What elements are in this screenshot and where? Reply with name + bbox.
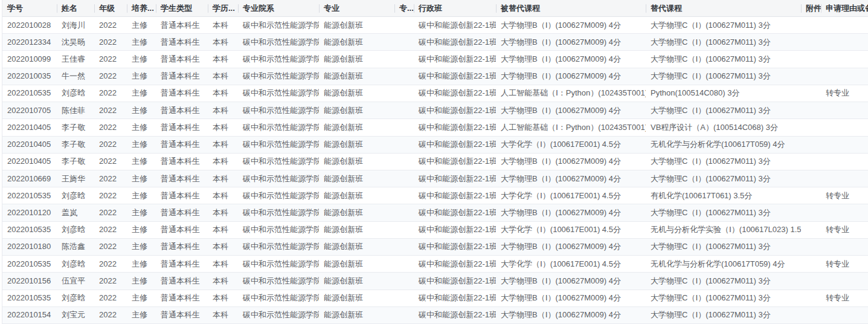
cell-grade: 2022 — [94, 102, 127, 119]
table-header: 学号姓名年级培养...学生类型学历...专业院系专业专...行政班被替代课程替代… — [2, 0, 868, 17]
cell-replaced_course: 大学物理B（Ⅰ）(100627M009) 4分 — [496, 17, 646, 34]
cell-education: 本科 — [208, 306, 238, 323]
table-row[interactable]: 2022010028刘海川2022主修普通本科生本科碳中和示范性能源学院能源创新… — [2, 17, 868, 34]
cell-student_id: 2022010669 — [2, 170, 57, 187]
cell-department: 碳中和示范性能源学院 — [238, 290, 319, 306]
cell-student_type: 普通本科生 — [156, 306, 208, 323]
cell-admin_class: 碳中和能源创新22-1班 — [414, 34, 496, 51]
column-header-reason[interactable]: 申请理由或备注 — [821, 0, 868, 17]
table-row[interactable]: 2022010535刘彦晗2022主修普通本科生本科碳中和示范性能源学院能源创新… — [2, 256, 868, 273]
cell-replaced_course: 大学物理B（Ⅰ）(100627M009) 4分 — [496, 68, 646, 85]
cell-student_id: 2022010535 — [2, 85, 57, 102]
cell-substitute_course: 无机与分析化学实验（Ⅰ）(100617L023) 1.5... — [646, 221, 801, 238]
table-row[interactable]: 2022010120盖岚2022主修普通本科生本科碳中和示范性能源学院能源创新班… — [2, 204, 868, 221]
table-row[interactable]: 2022010535刘彦晗2022主修普通本科生本科碳中和示范性能源学院能源创新… — [2, 222, 868, 239]
cell-replaced_course: 大学物理B（Ⅰ）(100627M009) 4分 — [496, 238, 646, 255]
cell-major: 能源创新班 — [319, 119, 394, 136]
cell-name: 刘彦晗 — [57, 85, 94, 102]
cell-major: 能源创新班 — [319, 204, 394, 221]
column-header-student_type[interactable]: 学生类型 — [156, 0, 208, 17]
cell-substitute_course: VB程序设计（A）(100514C068) 3分 — [646, 119, 801, 136]
cell-replaced_course: 大学物理B（Ⅰ）(100627M009) 4分 — [496, 153, 646, 170]
cell-replaced_course: 大学物理B（Ⅰ）(100627M009) 4分 — [496, 170, 646, 187]
table-row[interactable]: 2022010405李子敬2022主修普通本科生本科碳中和示范性能源学院能源创新… — [2, 137, 868, 154]
column-header-education[interactable]: 学历... — [208, 0, 238, 17]
cell-student_type: 普通本科生 — [156, 17, 208, 34]
cell-replaced_course: 大学物理B（Ⅰ）(100627M009) 4分 — [496, 290, 646, 306]
table-row[interactable]: 2022010035牛一然2022主修普通本科生本科碳中和示范性能源学院能源创新… — [2, 68, 868, 85]
column-header-replaced_course[interactable]: 被替代课程 — [496, 0, 646, 17]
cell-student_id: 2022010535 — [2, 290, 57, 306]
table-row[interactable]: 2022010099王佳睿2022主修普通本科生本科碳中和示范性能源学院能源创新… — [2, 51, 868, 68]
table-row[interactable]: 2022010705陈佳菲2022主修普通本科生本科碳中和示范性能源学院能源创新… — [2, 102, 868, 119]
cell-student_type: 普通本科生 — [156, 34, 208, 51]
cell-grade: 2022 — [94, 170, 127, 187]
column-header-student_id[interactable]: 学号 — [2, 0, 57, 17]
cell-department: 碳中和示范性能源学院 — [238, 51, 319, 68]
column-header-department[interactable]: 专业院系 — [238, 0, 319, 17]
cell-major: 能源创新班 — [319, 221, 394, 238]
cell-substitute_course: 大学物理C（Ⅰ）(100627M011) 3分 — [646, 102, 801, 119]
cell-cultivation: 主修 — [127, 273, 156, 290]
cell-admin_class: 碳中和能源创新22-1班 — [414, 221, 496, 238]
column-header-major_extra[interactable]: 专... — [394, 0, 414, 17]
table-row[interactable]: 2022010154刘宝元2022主修普通本科生本科碳中和示范性能源学院能源创新… — [2, 307, 868, 324]
cell-name: 刘宝元 — [57, 306, 94, 323]
cell-education: 本科 — [208, 204, 238, 221]
cell-department: 碳中和示范性能源学院 — [238, 85, 319, 102]
cell-student_id: 2022012334 — [2, 34, 57, 51]
cell-major: 能源创新班 — [319, 68, 394, 85]
column-header-grade[interactable]: 年级 — [94, 0, 127, 17]
cell-department: 碳中和示范性能源学院 — [238, 119, 319, 136]
cell-education: 本科 — [208, 85, 238, 102]
cell-department: 碳中和示范性能源学院 — [238, 17, 319, 34]
cell-replaced_course: 人工智能基础（Ⅰ：Python）(102435T001) 2... — [496, 85, 646, 102]
table-row[interactable]: 2022010669王旖华2022主修普通本科生本科碳中和示范性能源学院能源创新… — [2, 170, 868, 187]
cell-education: 本科 — [208, 102, 238, 119]
cell-admin_class: 碳中和能源创新22-1班 — [414, 68, 496, 85]
cell-replaced_course: 大学物理B（Ⅰ）(100627M009) 4分 — [496, 273, 646, 290]
table-row[interactable]: 2022010535刘彦晗2022主修普通本科生本科碳中和示范性能源学院能源创新… — [2, 187, 868, 204]
table-row[interactable]: 2022010535刘彦晗2022主修普通本科生本科碳中和示范性能源学院能源创新… — [2, 290, 868, 307]
cell-student_type: 普通本科生 — [156, 68, 208, 85]
cell-cultivation: 主修 — [127, 136, 156, 153]
column-header-major[interactable]: 专业 — [319, 0, 394, 17]
column-header-substitute_course[interactable]: 替代课程 — [646, 0, 801, 17]
table-row[interactable]: 2022010405李子敬2022主修普通本科生本科碳中和示范性能源学院能源创新… — [2, 119, 868, 136]
cell-name: 刘彦晗 — [57, 221, 94, 238]
cell-grade: 2022 — [94, 187, 127, 204]
column-header-name[interactable]: 姓名 — [57, 0, 94, 17]
table-row[interactable]: 2022012334沈昊旸2022主修普通本科生本科碳中和示范性能源学院能源创新… — [2, 34, 868, 51]
column-header-attachment[interactable]: 附件 — [801, 0, 821, 17]
cell-cultivation: 主修 — [127, 204, 156, 221]
table-row[interactable]: 2022010156伍宜平2022主修普通本科生本科碳中和示范性能源学院能源创新… — [2, 273, 868, 290]
column-header-cultivation[interactable]: 培养... — [127, 0, 156, 17]
cell-substitute_course: Python(100514C080) 3分 — [646, 85, 801, 102]
cell-grade: 2022 — [94, 153, 127, 170]
cell-student_id: 2022010154 — [2, 306, 57, 323]
cell-department: 碳中和示范性能源学院 — [238, 170, 319, 187]
cell-student_id: 2022010705 — [2, 102, 57, 119]
cell-education: 本科 — [208, 136, 238, 153]
table-row[interactable]: 2022010535刘彦晗2022主修普通本科生本科碳中和示范性能源学院能源创新… — [2, 85, 868, 102]
cell-grade: 2022 — [94, 85, 127, 102]
column-header-admin_class[interactable]: 行政班 — [414, 0, 496, 17]
cell-admin_class: 碳中和能源创新22-1班 — [414, 85, 496, 102]
cell-department: 碳中和示范性能源学院 — [238, 187, 319, 204]
cell-student_id: 2022010180 — [2, 238, 57, 255]
table-row[interactable]: 2022010405李子敬2022主修普通本科生本科碳中和示范性能源学院能源创新… — [2, 154, 868, 170]
cell-substitute_course: 大学物理C（Ⅰ）(100627M011) 3分 — [646, 170, 801, 187]
cell-substitute_course: 大学物理C（Ⅰ）(100627M011) 3分 — [646, 204, 801, 221]
cell-education: 本科 — [208, 273, 238, 290]
cell-major: 能源创新班 — [319, 34, 394, 51]
cell-admin_class: 碳中和能源创新22-1班 — [414, 290, 496, 306]
cell-student_type: 普通本科生 — [156, 51, 208, 68]
cell-department: 碳中和示范性能源学院 — [238, 204, 319, 221]
cell-grade: 2022 — [94, 51, 127, 68]
cell-student_id: 2022010535 — [2, 187, 57, 204]
cell-admin_class: 碳中和能源创新22-1班 — [414, 102, 496, 119]
cell-admin_class: 碳中和能源创新22-1班 — [414, 273, 496, 290]
table-row[interactable]: 2022010180陈浩鑫2022主修普通本科生本科碳中和示范性能源学院能源创新… — [2, 239, 868, 256]
cell-name: 刘彦晗 — [57, 187, 94, 204]
cell-replaced_course: 大学物理B（Ⅰ）(100627M009) 4分 — [496, 51, 646, 68]
